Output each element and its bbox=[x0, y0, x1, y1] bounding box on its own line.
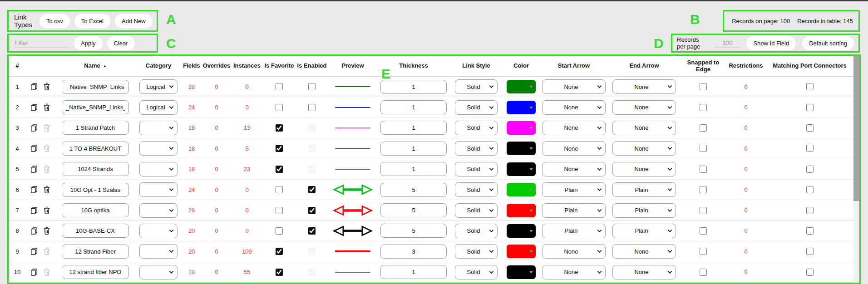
clear-button[interactable]: Clear bbox=[107, 36, 135, 50]
records-per-page-input[interactable] bbox=[715, 38, 740, 48]
vertical-scrollbar[interactable] bbox=[853, 56, 859, 283]
column-header-instances[interactable]: Instances bbox=[231, 63, 263, 69]
category-select[interactable] bbox=[140, 204, 177, 217]
matching-port-connectors-checkbox[interactable] bbox=[806, 227, 814, 235]
link-style-select[interactable]: Solid bbox=[455, 265, 497, 279]
column-header-preview[interactable]: Preview bbox=[328, 63, 377, 69]
column-header-restrictions[interactable]: Restrictions bbox=[726, 63, 766, 69]
color-swatch-button[interactable] bbox=[507, 162, 536, 176]
link-style-select[interactable]: Solid bbox=[455, 224, 497, 238]
link-style-select[interactable]: Solid bbox=[455, 204, 497, 217]
start-arrow-select[interactable]: Plain bbox=[542, 224, 605, 238]
to-csv-button[interactable]: To csv bbox=[39, 14, 70, 28]
link-style-select[interactable]: Solid bbox=[455, 101, 497, 114]
name-input[interactable] bbox=[62, 121, 129, 135]
snapped-to-edge-checkbox[interactable] bbox=[700, 83, 707, 90]
category-select[interactable]: Logical bbox=[140, 101, 177, 114]
category-select[interactable] bbox=[140, 265, 177, 279]
snapped-to-edge-checkbox[interactable] bbox=[700, 269, 707, 276]
start-arrow-select[interactable]: None bbox=[542, 162, 605, 176]
column-header-overrides[interactable]: Overrides bbox=[202, 63, 231, 69]
thickness-input[interactable] bbox=[380, 142, 447, 156]
column-header-end-arrow[interactable]: End Arrow bbox=[608, 63, 681, 69]
thickness-input[interactable] bbox=[380, 203, 447, 217]
snapped-to-edge-checkbox[interactable] bbox=[700, 227, 707, 235]
name-input[interactable] bbox=[62, 203, 129, 217]
delete-button[interactable] bbox=[42, 185, 51, 194]
thickness-input[interactable] bbox=[380, 224, 447, 238]
column-header-color[interactable]: Color bbox=[503, 63, 540, 69]
is-favorite-checkbox[interactable] bbox=[276, 124, 283, 132]
matching-port-connectors-checkbox[interactable] bbox=[806, 145, 814, 152]
link-style-select[interactable]: Solid bbox=[455, 121, 497, 135]
snapped-to-edge-checkbox[interactable] bbox=[700, 166, 707, 173]
snapped-to-edge-checkbox[interactable] bbox=[700, 207, 707, 214]
thickness-input[interactable] bbox=[380, 100, 447, 114]
is-favorite-checkbox[interactable] bbox=[276, 207, 283, 214]
color-swatch-button[interactable] bbox=[507, 121, 536, 135]
column-header-snapped-to-edge[interactable]: Snapped to Edge bbox=[681, 59, 726, 73]
is-favorite-checkbox[interactable] bbox=[276, 104, 283, 111]
thickness-input[interactable] bbox=[380, 183, 447, 197]
end-arrow-select[interactable]: None bbox=[613, 80, 676, 93]
copy-button[interactable] bbox=[30, 123, 39, 132]
matching-port-connectors-checkbox[interactable] bbox=[806, 186, 814, 193]
matching-port-connectors-checkbox[interactable] bbox=[806, 166, 814, 173]
snapped-to-edge-checkbox[interactable] bbox=[700, 145, 707, 152]
matching-port-connectors-checkbox[interactable] bbox=[806, 104, 814, 111]
snapped-to-edge-checkbox[interactable] bbox=[700, 124, 707, 132]
delete-button[interactable] bbox=[42, 206, 51, 215]
column-header-name[interactable]: Name▲ bbox=[55, 63, 136, 69]
start-arrow-select[interactable]: Plain bbox=[542, 204, 605, 217]
start-arrow-select[interactable]: None bbox=[542, 121, 605, 135]
copy-button[interactable] bbox=[30, 206, 39, 215]
end-arrow-select[interactable]: None bbox=[613, 265, 676, 279]
color-swatch-button[interactable] bbox=[507, 142, 536, 155]
scrollbar-thumb[interactable] bbox=[853, 56, 859, 201]
filter-input[interactable] bbox=[14, 38, 69, 48]
link-style-select[interactable]: Solid bbox=[455, 183, 497, 196]
link-style-select[interactable]: Solid bbox=[455, 245, 497, 258]
thickness-input[interactable] bbox=[380, 121, 447, 135]
delete-button[interactable] bbox=[42, 82, 51, 91]
end-arrow-select[interactable]: Plain bbox=[613, 224, 676, 238]
category-select[interactable] bbox=[140, 121, 177, 135]
copy-button[interactable] bbox=[30, 82, 39, 91]
is-enabled-checkbox[interactable] bbox=[308, 104, 316, 111]
link-style-select[interactable]: Solid bbox=[455, 162, 497, 176]
copy-button[interactable] bbox=[30, 144, 39, 153]
is-favorite-checkbox[interactable] bbox=[276, 248, 283, 255]
matching-port-connectors-checkbox[interactable] bbox=[806, 248, 814, 255]
start-arrow-select[interactable]: None bbox=[542, 265, 605, 279]
column-header-[interactable]: # bbox=[9, 63, 26, 69]
name-input[interactable] bbox=[62, 162, 129, 176]
column-header-is-favorite[interactable]: Is Favorite bbox=[263, 63, 296, 69]
end-arrow-select[interactable]: Plain bbox=[613, 183, 676, 196]
column-header-link-style[interactable]: Link Style bbox=[450, 63, 503, 69]
start-arrow-select[interactable]: Plain bbox=[542, 183, 605, 196]
is-favorite-checkbox[interactable] bbox=[276, 83, 283, 90]
delete-button[interactable] bbox=[42, 103, 51, 112]
thickness-input[interactable] bbox=[380, 80, 447, 94]
snapped-to-edge-checkbox[interactable] bbox=[700, 186, 707, 193]
name-input[interactable] bbox=[62, 265, 129, 279]
column-header-start-arrow[interactable]: Start Arrow bbox=[540, 63, 608, 69]
is-enabled-checkbox[interactable] bbox=[308, 207, 316, 214]
copy-button[interactable] bbox=[30, 185, 39, 194]
is-enabled-checkbox[interactable] bbox=[308, 83, 316, 90]
column-header-category[interactable]: Category bbox=[136, 63, 181, 69]
end-arrow-select[interactable]: Plain bbox=[613, 204, 676, 217]
column-header-fields[interactable]: Fields bbox=[181, 63, 202, 69]
copy-button[interactable] bbox=[30, 165, 39, 174]
category-select[interactable] bbox=[140, 183, 177, 196]
end-arrow-select[interactable]: None bbox=[613, 101, 676, 114]
category-select[interactable] bbox=[140, 162, 177, 176]
column-header-is-enabled[interactable]: Is Enabled bbox=[296, 63, 328, 69]
snapped-to-edge-checkbox[interactable] bbox=[700, 104, 707, 111]
copy-button[interactable] bbox=[30, 247, 39, 256]
is-enabled-checkbox[interactable] bbox=[308, 186, 316, 193]
start-arrow-select[interactable]: None bbox=[542, 80, 605, 93]
color-swatch-button[interactable] bbox=[507, 80, 536, 93]
copy-button[interactable] bbox=[30, 103, 39, 112]
category-select[interactable] bbox=[140, 245, 177, 258]
